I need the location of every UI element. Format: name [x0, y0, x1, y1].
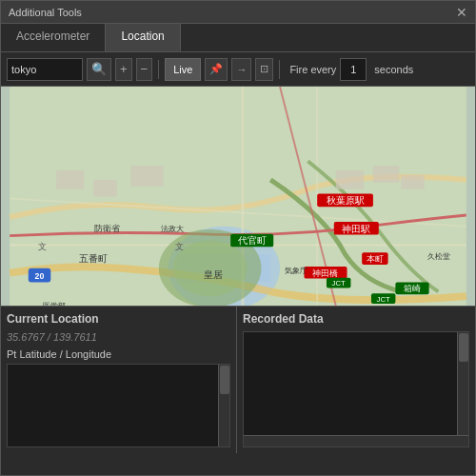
svg-rect-12	[130, 166, 163, 187]
map-area[interactable]: 246 20 秋葉原駅 神田駅 代官町 本町 皇居 神田橋 東京	[1, 87, 475, 306]
recorded-data-scrollbar-h[interactable]	[244, 435, 468, 446]
svg-text:気象庁: 気象庁	[285, 267, 307, 275]
record-button[interactable]: ⊡	[255, 58, 273, 81]
svg-rect-13	[336, 170, 364, 189]
tab-accelerometer[interactable]: Accelerometer	[1, 24, 106, 51]
svg-rect-11	[93, 180, 116, 197]
tab-location[interactable]: Location	[106, 24, 180, 51]
live-button[interactable]: Live	[165, 58, 201, 81]
svg-rect-14	[373, 166, 399, 183]
svg-text:皇居: 皇居	[204, 269, 223, 280]
search-input[interactable]	[11, 64, 78, 75]
coordinates-display: 35.6767 / 139.7611	[7, 331, 230, 343]
svg-text:神田橋: 神田橋	[313, 268, 339, 278]
recorded-data-title: Recorded Data	[243, 312, 469, 326]
search-box	[7, 58, 83, 81]
zoom-in-button[interactable]: +	[115, 58, 132, 81]
svg-text:久松堂: 久松堂	[427, 252, 450, 261]
title-bar: Additional Tools ✕	[1, 1, 475, 24]
svg-text:箱崎: 箱崎	[404, 284, 421, 293]
additional-tools-window: Additional Tools ✕ Accelerometer Locatio…	[0, 0, 476, 476]
svg-text:防衛省: 防衛省	[94, 224, 120, 233]
current-location-panel: Current Location 35.6767 / 139.7611 Pt L…	[1, 307, 237, 453]
window-title: Additional Tools	[9, 7, 82, 18]
location-data-list	[7, 364, 230, 447]
fire-interval-input[interactable]	[340, 58, 367, 81]
svg-text:本町: 本町	[367, 254, 384, 264]
close-button[interactable]: ✕	[456, 6, 467, 19]
seconds-label: seconds	[374, 64, 413, 75]
svg-text:五番町: 五番町	[79, 253, 108, 264]
svg-rect-15	[401, 175, 424, 189]
recorded-data-panel: Recorded Data	[237, 307, 475, 453]
separator-2	[279, 60, 280, 79]
svg-text:秋葉原駅: 秋葉原駅	[327, 195, 365, 206]
toolbar: 🔍 + − Live 📌 → ⊡ Fire every seconds	[1, 52, 475, 87]
zoom-out-button[interactable]: −	[136, 58, 153, 81]
svg-text:文: 文	[38, 242, 47, 251]
pt-label: Pt Latitude / Longitude	[7, 348, 230, 360]
bottom-panel: Current Location 35.6767 / 139.7611 Pt L…	[1, 306, 475, 453]
fire-every-label: Fire every	[289, 64, 336, 75]
recorded-data-content	[243, 331, 469, 447]
pin-button[interactable]: 📌	[205, 58, 228, 81]
current-location-title: Current Location	[7, 312, 230, 326]
svg-rect-10	[56, 170, 84, 189]
svg-text:JCT: JCT	[377, 295, 391, 304]
svg-text:JCT: JCT	[332, 279, 347, 288]
scrollbar-thumb	[220, 366, 229, 394]
separator-1	[158, 60, 159, 79]
svg-text:20: 20	[35, 271, 45, 281]
recorded-data-scrollbar-v[interactable]	[457, 332, 468, 446]
svg-text:代官町: 代官町	[237, 235, 267, 246]
svg-text:文: 文	[175, 242, 184, 251]
tab-bar: Accelerometer Location	[1, 24, 475, 52]
svg-text:医学部: 医学部	[43, 302, 66, 306]
search-button[interactable]: 🔍	[87, 58, 111, 81]
scrollbar-thumb-v	[459, 333, 468, 362]
svg-text:神田駅: 神田駅	[342, 224, 370, 234]
location-list-scrollbar[interactable]	[218, 365, 229, 446]
route-button[interactable]: →	[231, 58, 251, 81]
svg-text:法政大: 法政大	[161, 225, 184, 233]
